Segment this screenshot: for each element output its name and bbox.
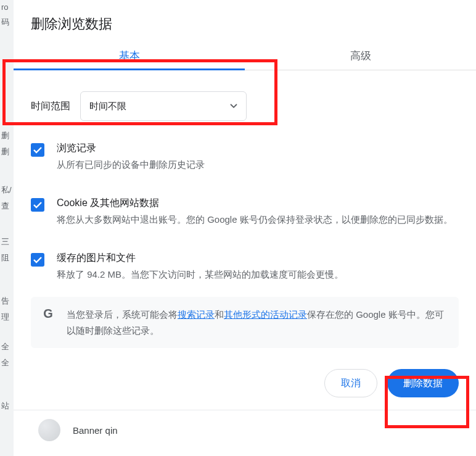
- background-sidebar: ro 码 删 删 私/ 查 三 阻 告 理 全 全 站: [0, 0, 14, 456]
- option-history-title: 浏览记录: [57, 142, 459, 155]
- cancel-button[interactable]: 取消: [324, 369, 377, 397]
- link-other-activity[interactable]: 其他形式的活动记录: [224, 309, 307, 320]
- time-range-label: 时间范围: [31, 100, 70, 113]
- account-name: Banner qin: [73, 425, 118, 436]
- chevron-down-icon: [230, 104, 237, 109]
- tab-basic[interactable]: 基本: [14, 42, 245, 70]
- option-cookies-title: Cookie 及其他网站数据: [57, 197, 459, 210]
- avatar: [38, 419, 60, 441]
- time-range-value: 时间不限: [89, 101, 126, 112]
- option-cache: 缓存的图片和文件 释放了 94.2 MB。当您下次访问时，某些网站的加载速度可能…: [57, 252, 459, 282]
- clear-browsing-data-dialog: 删除浏览数据 基本 高级 时间范围 时间不限 浏览记录 从所有已同步的设备中删除…: [14, 0, 476, 456]
- dialog-footer: 取消 删除数据: [14, 348, 476, 410]
- checkbox-cookies[interactable]: [31, 198, 44, 212]
- time-range-select[interactable]: 时间不限: [80, 91, 247, 121]
- google-logo-icon: G: [41, 307, 55, 321]
- dialog-tabs: 基本 高级: [14, 42, 476, 70]
- time-range-row: 时间范围 时间不限: [31, 83, 459, 133]
- option-cache-title: 缓存的图片和文件: [57, 252, 459, 265]
- notice-text-and: 和: [215, 309, 224, 320]
- notice-text-pre: 当您登录后，系统可能会将: [67, 309, 178, 320]
- delete-data-button[interactable]: 删除数据: [387, 369, 459, 397]
- google-account-notice: G 当您登录后，系统可能会将搜索记录和其他形式的活动记录保存在您的 Google…: [31, 297, 459, 348]
- checkbox-history[interactable]: [31, 143, 44, 157]
- dialog-title: 删除浏览数据: [14, 0, 476, 42]
- option-history: 浏览记录 从所有已同步的设备中删除历史记录: [57, 142, 459, 172]
- option-history-desc: 从所有已同步的设备中删除历史记录: [57, 157, 459, 172]
- checkbox-cache[interactable]: [31, 253, 44, 267]
- account-row: Banner qin: [14, 410, 476, 441]
- option-cookies: Cookie 及其他网站数据 将您从大多数网站中退出账号。您的 Google 账…: [57, 197, 459, 227]
- option-cookies-desc: 将您从大多数网站中退出账号。您的 Google 账号仍会保持登录状态，以便删除您…: [57, 212, 459, 227]
- link-search-records[interactable]: 搜索记录: [178, 309, 215, 320]
- tab-advanced[interactable]: 高级: [245, 42, 476, 70]
- option-cache-desc: 释放了 94.2 MB。当您下次访问时，某些网站的加载速度可能会更慢。: [57, 267, 459, 282]
